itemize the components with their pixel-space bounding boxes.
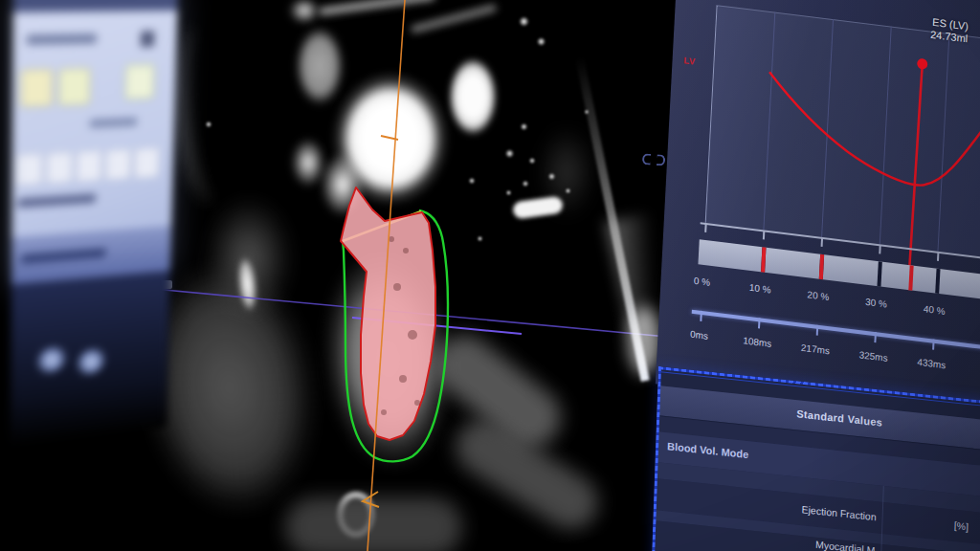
volume-curve-panel: LV ES (LV) 24.73ml 0 % 10 % 20 % [656, 0, 980, 427]
endocardium-contour[interactable] [341, 187, 435, 440]
toolbox-icon-button [124, 64, 154, 99]
screen: LV ES (LV) 24.73ml 0 % 10 % 20 % [0, 0, 980, 551]
phase-strip-marker-es[interactable] [908, 265, 913, 290]
phase-strip-gap [935, 269, 940, 294]
toolbox-icon-button [76, 150, 101, 183]
layout-grid-icon [141, 31, 155, 47]
lv-volume-curve [765, 72, 980, 196]
bracket-left-icon [642, 153, 652, 165]
toolbox-heading-smudge [27, 33, 97, 44]
bracket-right-icon [657, 154, 666, 166]
panel-collapse-handle[interactable] [642, 153, 668, 168]
left-toolbox-panel-blurred[interactable] [11, 0, 178, 447]
toolbox-icon-button [58, 68, 91, 106]
toolbox-icon-button [46, 151, 73, 184]
toolbox-icon-button [105, 148, 131, 180]
es-phase-marker-dot[interactable] [917, 58, 928, 70]
es-phase-marker-line[interactable] [908, 66, 923, 290]
phase-strip-gap [877, 261, 881, 286]
toolbox-icon-button [20, 69, 53, 107]
toolbox-icon-button [16, 153, 43, 186]
toolbox-icon-button [134, 147, 160, 179]
toolbox-titlebar [13, 0, 178, 12]
results-panel: Standard Values Blood Vol. Mode Ejection… [651, 366, 980, 551]
